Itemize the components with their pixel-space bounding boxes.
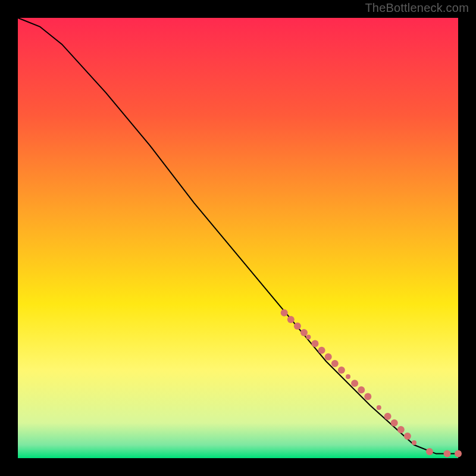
data-point xyxy=(281,309,288,317)
data-point xyxy=(397,426,405,433)
data-point xyxy=(351,380,358,387)
data-point xyxy=(426,448,433,455)
data-point xyxy=(404,433,411,440)
data-point xyxy=(444,450,451,458)
data-point xyxy=(455,450,462,458)
data-point xyxy=(377,405,381,410)
data-point xyxy=(412,440,416,445)
data-point xyxy=(331,360,339,367)
data-point xyxy=(346,374,350,379)
plot-background xyxy=(18,18,458,458)
data-point xyxy=(358,386,365,393)
data-point xyxy=(338,367,345,374)
data-point xyxy=(325,353,332,361)
attribution-label: TheBottleneck.com xyxy=(365,1,469,15)
chart-container: TheBottleneck.com xyxy=(0,0,476,476)
data-point xyxy=(364,393,371,400)
data-point xyxy=(391,419,398,427)
data-point xyxy=(294,322,301,330)
bottleneck-chart xyxy=(0,0,476,476)
data-point xyxy=(306,335,311,340)
data-point xyxy=(287,316,295,323)
data-point xyxy=(384,413,392,420)
data-point xyxy=(318,347,325,354)
data-point xyxy=(312,340,319,347)
data-point xyxy=(300,329,308,336)
